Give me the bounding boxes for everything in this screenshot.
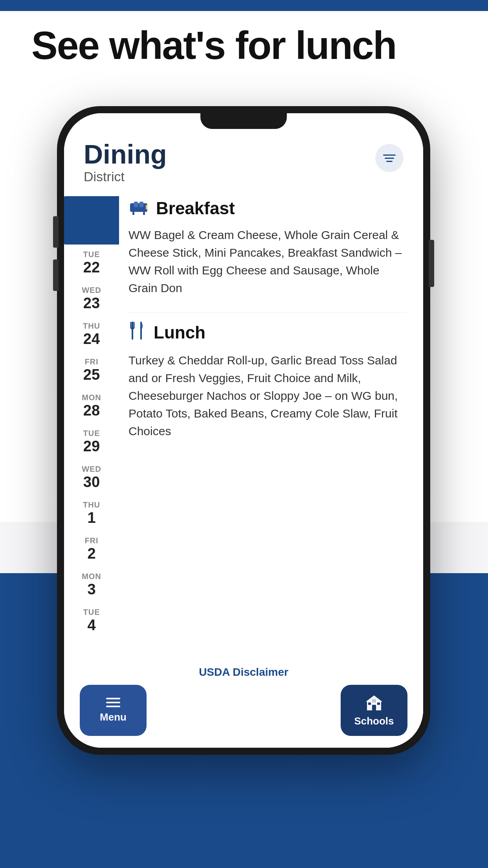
date-month-label: Apr — [70, 202, 113, 212]
menu-nav-button[interactable]: Menu — [80, 685, 147, 736]
bottom-navigation: Menu — [64, 685, 423, 736]
svg-rect-15 — [372, 699, 374, 702]
svg-marker-11 — [366, 695, 382, 702]
phone-volume-up — [53, 216, 59, 248]
breakfast-title: Breakfast — [156, 199, 235, 218]
menu-nav-label: Menu — [100, 711, 127, 723]
date-item-24[interactable]: THU 24 — [64, 316, 119, 352]
breakfast-description: WW Bagel & Cream Cheese, Whole Grain Cer… — [128, 226, 407, 297]
svg-rect-3 — [132, 212, 134, 215]
page-headline: See what's for lunch — [31, 24, 396, 67]
schools-nav-label: Schools — [354, 715, 394, 727]
date-item-3[interactable]: MON 3 — [64, 566, 119, 602]
date-item-25[interactable]: FRI 25 — [64, 352, 119, 388]
hamburger-line-2 — [106, 702, 120, 703]
svg-rect-1 — [134, 202, 138, 207]
date-number-28: 28 — [70, 403, 113, 418]
app-container: Dining District Apr — [64, 113, 423, 748]
phone-notch — [200, 113, 287, 129]
filter-icon — [383, 154, 396, 162]
svg-rect-0 — [130, 203, 147, 212]
date-number-25: 25 — [70, 367, 113, 382]
date-item-4[interactable]: TUE 4 — [64, 602, 119, 638]
toaster-icon — [128, 198, 149, 219]
date-item-23[interactable]: WED 23 — [64, 280, 119, 316]
app-title: Dining — [84, 141, 167, 167]
lunch-section: Lunch Turkey & Cheddar Roll-up, Garlic B… — [128, 321, 407, 440]
date-item-28[interactable]: MON 28 — [64, 388, 119, 423]
date-number-2: 2 — [70, 546, 113, 561]
hamburger-line-1 — [106, 698, 120, 699]
filter-line-2 — [385, 158, 394, 159]
usda-disclaimer-link[interactable]: USDA Disclaimer — [64, 660, 423, 685]
date-number-30: 30 — [70, 474, 113, 489]
hamburger-icon — [106, 698, 120, 707]
phone-screen: Dining District Apr — [64, 113, 423, 748]
svg-rect-4 — [143, 212, 145, 215]
meal-divider — [128, 313, 407, 313]
phone-volume-down — [53, 259, 59, 291]
lunch-header: Lunch — [128, 321, 407, 344]
date-day-wed: WED — [70, 286, 113, 295]
date-day-thu2: THU — [70, 500, 113, 509]
svg-rect-12 — [372, 705, 376, 710]
date-day-mon2: MON — [70, 393, 113, 402]
date-item-apr-21[interactable]: Apr MON 21 — [64, 196, 119, 245]
date-number-4: 4 — [70, 618, 113, 633]
date-day-thu: THU — [70, 322, 113, 331]
date-number-24: 24 — [70, 331, 113, 346]
app-bottom-bar: USDA Disclaimer Menu — [64, 660, 423, 748]
school-icon — [365, 694, 383, 711]
date-number-3: 3 — [70, 582, 113, 597]
date-day-tue3: TUE — [70, 608, 113, 617]
app-body: Apr MON 21 TUE 22 WED 23 THU 24 — [64, 194, 423, 660]
svg-rect-5 — [146, 205, 147, 210]
date-day-tue2: TUE — [70, 429, 113, 438]
top-status-bar — [0, 0, 488, 11]
date-number-22: 22 — [70, 260, 113, 275]
filter-button[interactable] — [375, 144, 404, 172]
svg-rect-16 — [374, 699, 376, 702]
date-item-22[interactable]: TUE 22 — [64, 245, 119, 280]
date-day-mon: MON — [70, 212, 113, 221]
schools-nav-button[interactable]: Schools — [341, 685, 407, 736]
date-item-29[interactable]: TUE 29 — [64, 423, 119, 459]
date-item-2[interactable]: FRI 2 — [64, 531, 119, 566]
header-title-group: Dining District — [84, 141, 167, 184]
filter-line-1 — [383, 154, 396, 156]
svg-rect-2 — [139, 202, 143, 207]
hamburger-line-3 — [106, 706, 120, 707]
phone-mockup: Dining District Apr — [57, 106, 430, 755]
date-item-1[interactable]: THU 1 — [64, 495, 119, 531]
breakfast-header: Breakfast — [128, 198, 407, 219]
lunch-description: Turkey & Cheddar Roll-up, Garlic Bread T… — [128, 351, 407, 440]
date-day-tue: TUE — [70, 250, 113, 259]
date-day-fri: FRI — [70, 357, 113, 366]
date-day-wed2: WED — [70, 465, 113, 474]
fork-knife-icon — [128, 321, 147, 344]
phone-power-button — [429, 240, 434, 287]
date-item-30[interactable]: WED 30 — [64, 459, 119, 495]
date-number-1: 1 — [70, 510, 113, 525]
date-day-mon3: MON — [70, 572, 113, 581]
lunch-title: Lunch — [154, 323, 205, 342]
menu-column: Breakfast WW Bagel & Cream Cheese, Whole… — [119, 194, 423, 660]
app-subtitle: District — [84, 169, 167, 184]
svg-rect-14 — [377, 702, 380, 705]
date-number-23: 23 — [70, 296, 113, 311]
svg-rect-13 — [368, 702, 371, 705]
date-number-29: 29 — [70, 439, 113, 454]
date-column: Apr MON 21 TUE 22 WED 23 THU 24 — [64, 194, 119, 660]
filter-line-3 — [386, 161, 393, 162]
breakfast-section: Breakfast WW Bagel & Cream Cheese, Whole… — [128, 198, 407, 297]
date-number-21: 21 — [70, 222, 113, 239]
date-day-fri2: FRI — [70, 536, 113, 545]
